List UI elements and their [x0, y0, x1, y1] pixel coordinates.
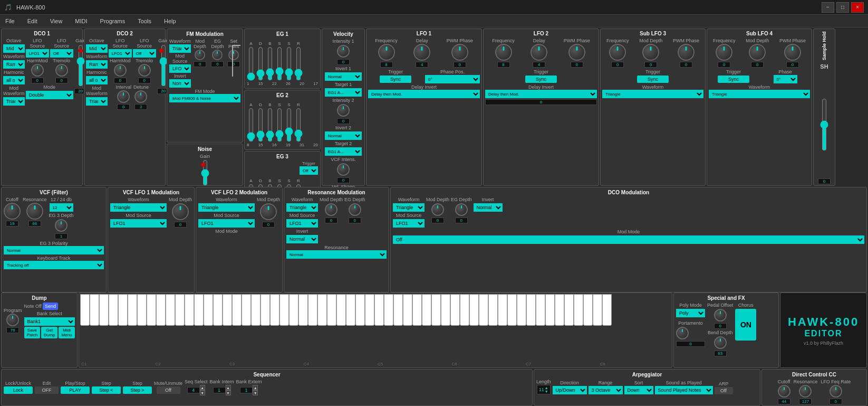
- key-white-2-4[interactable]: [232, 294, 242, 326]
- key-white-4-9[interactable]: [393, 294, 403, 326]
- seq-select-up[interactable]: ▲: [200, 385, 205, 390]
- seq-bank-extern-up[interactable]: ▲: [253, 385, 258, 390]
- dco2-waveform-select[interactable]: Ramp Down: [86, 60, 108, 69]
- eg1-s1-slider[interactable]: [275, 46, 284, 81]
- direct-resonance-knob[interactable]: [799, 385, 812, 398]
- dco-mod-source-select[interactable]: LFO1: [393, 219, 425, 228]
- menu-edit[interactable]: Edit: [24, 17, 41, 25]
- eg2-b-slider[interactable]: [266, 108, 274, 142]
- dco-mod-depth-knob[interactable]: [431, 203, 444, 216]
- lfo1-phase-select[interactable]: 0°: [425, 75, 480, 83]
- key-white-0-4[interactable]: [99, 294, 109, 326]
- key-white-6-2[interactable]: [488, 294, 498, 326]
- key-white-2-11[interactable]: [270, 294, 279, 326]
- key-white-5-9[interactable]: [460, 294, 469, 326]
- seq-edit-btn[interactable]: OFF: [35, 386, 59, 394]
- vcf-filter-type-select[interactable]: 12: [50, 203, 73, 212]
- fm-invert-select[interactable]: Normal: [169, 79, 191, 88]
- key-white-0-7[interactable]: [118, 294, 128, 326]
- vel-target2-select[interactable]: EG1 A...: [325, 147, 362, 156]
- res-invert-select[interactable]: Normal: [286, 235, 318, 243]
- key-white-3-7[interactable]: [317, 294, 327, 326]
- eg1-s2-slider[interactable]: [285, 46, 293, 81]
- sub-lfo4-phase-select[interactable]: 0°: [774, 75, 797, 83]
- chorus-button[interactable]: ON: [735, 309, 756, 341]
- lfo1-delay-knob[interactable]: [413, 44, 430, 61]
- special-bend-depth-knob[interactable]: [714, 336, 727, 349]
- vcf-lfo2-mod-source-select[interactable]: LFO1: [198, 219, 255, 228]
- vcf-eg3-depth-knob[interactable]: [55, 219, 67, 232]
- menu-midi[interactable]: MIDI: [72, 17, 90, 25]
- minimize-button[interactable]: −: [822, 2, 834, 13]
- key-white-4-11[interactable]: [403, 294, 412, 326]
- eg2-s1-slider[interactable]: [275, 108, 284, 142]
- eg2-a-slider[interactable]: [247, 108, 255, 142]
- key-white-6-5[interactable]: [507, 294, 517, 326]
- key-white-6-7[interactable]: [517, 294, 526, 326]
- fm-waveform-select[interactable]: Triangle: [169, 44, 191, 53]
- res-mod-source-select[interactable]: LFO1: [286, 219, 318, 228]
- key-white-5-4[interactable]: [431, 294, 441, 326]
- dump-bank-select[interactable]: Bank1: [24, 317, 75, 326]
- key-white-4-7[interactable]: [384, 294, 393, 326]
- dco2-lfo-source2-select[interactable]: Off: [133, 49, 156, 58]
- vcf-intens-knob[interactable]: [337, 163, 350, 176]
- dco2-harmmod-knob[interactable]: [114, 64, 127, 77]
- dco1-harmonic-select[interactable]: all on: [3, 76, 25, 84]
- vcf-lfo1-mod-depth-knob[interactable]: [172, 203, 189, 220]
- key-white-3-4[interactable]: [298, 294, 308, 326]
- vcf-lfo1-waveform-select[interactable]: Triangle: [110, 203, 167, 212]
- dco1-tremolo-knob[interactable]: [55, 64, 68, 77]
- close-button[interactable]: ×: [851, 2, 864, 13]
- dco2-octave-select[interactable]: Mid: [86, 44, 108, 53]
- vcf-lfo2-mod-depth-knob[interactable]: [260, 203, 277, 220]
- key-white-5-0[interactable]: [412, 294, 422, 326]
- arp-length-down[interactable]: ▼: [545, 390, 548, 393]
- dco1-octave-select[interactable]: Mid: [3, 44, 25, 53]
- vcf-lfo1-mod-source-select[interactable]: LFO1: [110, 219, 167, 228]
- special-pedal-offset-knob[interactable]: [714, 309, 727, 322]
- dco-mod-mode-select[interactable]: Off: [393, 235, 864, 244]
- fm-eg-depth-knob[interactable]: [212, 50, 223, 60]
- key-white-7-9[interactable]: [593, 294, 602, 326]
- key-white-0-2[interactable]: [90, 294, 99, 326]
- key-white-0-0[interactable]: [80, 294, 90, 326]
- res-eg-depth-knob[interactable]: [349, 203, 361, 216]
- fm-mod-source-select[interactable]: LFO1: [169, 64, 191, 73]
- arp-range-select[interactable]: 3 Octave: [589, 386, 623, 394]
- vel-intensity2-knob[interactable]: [337, 104, 350, 117]
- sub-lfo3-waveform-select[interactable]: Triangle: [602, 90, 703, 98]
- key-white-6-11[interactable]: [536, 294, 545, 326]
- seq-lock-btn[interactable]: Lock: [4, 386, 33, 394]
- dco1-harmmod-knob[interactable]: [31, 64, 44, 77]
- dump-program-knob[interactable]: [6, 314, 19, 326]
- seq-bank-extern-down[interactable]: ▼: [253, 390, 258, 395]
- sub-lfo4-sync-btn[interactable]: Sync: [718, 75, 749, 83]
- menu-programs[interactable]: Programs: [97, 17, 129, 25]
- dco2-interval-knob[interactable]: [117, 90, 130, 103]
- seq-step-back-btn[interactable]: Step <: [92, 386, 121, 394]
- res-mod-depth-knob[interactable]: [325, 203, 337, 216]
- seq-step-fwd-btn[interactable]: Step >: [123, 386, 152, 394]
- seq-bank-extern-spinner[interactable]: 1 ▲ ▼: [240, 385, 258, 395]
- vel-intensity1-knob[interactable]: [337, 45, 350, 58]
- eg1-a-slider[interactable]: [247, 46, 255, 81]
- key-white-3-9[interactable]: [327, 294, 336, 326]
- lfo1-sync-btn[interactable]: Sync: [380, 75, 411, 83]
- dco-mod-waveform-select[interactable]: Triangle: [393, 203, 425, 212]
- key-white-5-11[interactable]: [469, 294, 479, 326]
- res-waveform-select[interactable]: Triangle: [286, 203, 318, 212]
- dco2-mod-waveform-select[interactable]: Triangle: [86, 97, 108, 106]
- arp-sort-select[interactable]: Down: [624, 386, 653, 394]
- key-white-1-4[interactable]: [166, 294, 175, 326]
- vcf-resonance-knob[interactable]: [26, 203, 43, 220]
- sub-lfo3-pwm-knob[interactable]: [678, 44, 695, 61]
- dco2-detune-knob[interactable]: [134, 90, 147, 103]
- arp-length-up[interactable]: ▲: [545, 386, 548, 390]
- sub-lfo3-mod-depth-knob[interactable]: [642, 44, 659, 61]
- menu-view[interactable]: View: [47, 17, 66, 25]
- key-white-4-0[interactable]: [346, 294, 355, 326]
- dco1-lfo-source2-select[interactable]: Off: [50, 49, 73, 58]
- res-resonance-select[interactable]: Normal: [286, 250, 387, 259]
- menu-help[interactable]: Help: [161, 17, 179, 25]
